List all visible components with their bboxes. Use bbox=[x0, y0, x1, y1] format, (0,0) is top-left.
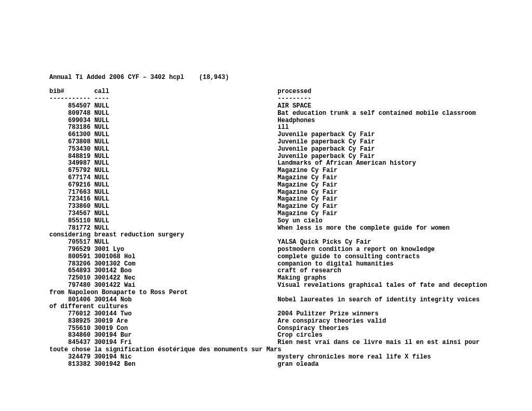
report-row: 717663 NULL Magazine Cy Fair bbox=[49, 189, 483, 196]
report-row: 699034 NULL Headphones bbox=[49, 117, 483, 125]
report-row: 776012 300144 Two 2004 Pulitzer Prize wi… bbox=[49, 311, 483, 318]
report-row-wrap: toute chose la signification ésotérique … bbox=[49, 347, 483, 354]
report-row: 654893 300142 Boo craft of research bbox=[49, 268, 483, 275]
report-page: Annual Ti Added 2006 CYF – 3402 hcpl (18… bbox=[0, 0, 532, 411]
report-row: 781772 NULL When less is more the comple… bbox=[49, 225, 483, 232]
report-row: 755610 30019 Con Conspiracy theories bbox=[49, 325, 483, 333]
report-title: Annual Ti Added 2006 CYF – 3402 hcpl (18… bbox=[49, 74, 483, 82]
report-row: 673808 NULL Juvenile paperback Cy Fair bbox=[49, 139, 483, 146]
report-row: 813382 3001942 Ben gran oleada bbox=[49, 361, 483, 368]
report-row-wrap: considering breast reduction surgery bbox=[49, 232, 483, 239]
report-row: 809748 NULL Bat education trunk a self c… bbox=[49, 110, 483, 117]
report-row: 753430 NULL Juvenile paperback Cy Fair bbox=[49, 146, 483, 153]
report-row: 661300 NULL Juvenile paperback Cy Fair bbox=[49, 131, 483, 139]
report-row: 733860 NULL Magazine Cy Fair bbox=[49, 203, 483, 210]
report-row: 783186 NULL ill bbox=[49, 124, 483, 131]
report-row: 800591 3001068 Hol complete guide to con… bbox=[49, 254, 483, 261]
column-separators: ----------- ---- --------- bbox=[49, 96, 483, 103]
report-row: 855110 NULL Soy un cielo bbox=[49, 218, 483, 225]
report-row: 349987 NULL Landmarks of African America… bbox=[49, 160, 483, 167]
report-row: 677174 NULL Magazine Cy Fair bbox=[49, 175, 483, 182]
report-row: 848819 NULL Juvenile paperback Cy Fair bbox=[49, 153, 483, 161]
report-row: 845437 300194 Fri Rien nest vrai dans ce… bbox=[49, 339, 483, 347]
column-headers: bib# call processed bbox=[49, 88, 483, 96]
report-row: 324479 300194 Nic mystery chronicles mor… bbox=[49, 354, 483, 361]
report-row: 675792 NULL Magazine Cy Fair bbox=[49, 167, 483, 175]
report-row: 801406 300144 Nob Nobel laureates in sea… bbox=[49, 297, 483, 304]
report-row-wrap: of different cultures bbox=[49, 303, 483, 311]
report-row: 723416 NULL Magazine Cy Fair bbox=[49, 196, 483, 203]
report-row: 705517 NULL YALSA Quick Picks Cy Fair bbox=[49, 239, 483, 246]
report-row: 854507 NULL AIR SPACE bbox=[49, 103, 483, 110]
report-row: 679216 NULL Magazine Cy Fair bbox=[49, 182, 483, 189]
report-row: 783206 3001302 Com companion to digital … bbox=[49, 261, 483, 268]
report-row: 734567 NULL Magazine Cy Fair bbox=[49, 210, 483, 218]
report-row-wrap: from Napoleon Bonaparte to Ross Perot bbox=[49, 289, 483, 297]
report-row: 797480 3001422 Wai Visual revelations gr… bbox=[49, 282, 483, 289]
report-row: 725010 3001422 Nec Making graphs bbox=[49, 275, 483, 282]
report-row: 834860 300194 Bur Crop circles bbox=[49, 332, 483, 339]
report-row: 796529 3001 Lyo postmodern condition a r… bbox=[49, 246, 483, 254]
report-row: 838925 30019 Are Are conspiracy theories… bbox=[49, 318, 483, 325]
